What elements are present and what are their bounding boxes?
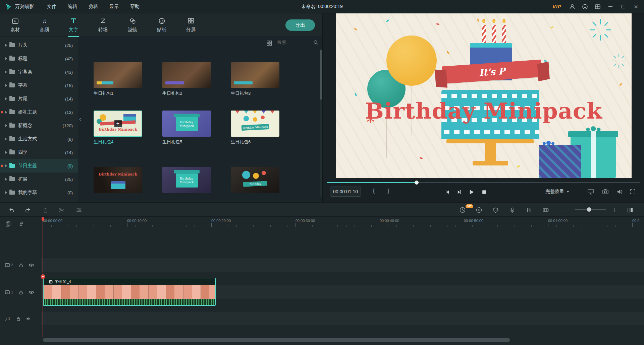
seek-bar[interactable] [327, 181, 640, 184]
play-button[interactable] [467, 188, 476, 196]
quality-dropdown[interactable]: 完整质量 [545, 189, 569, 195]
minimize-button[interactable] [605, 2, 616, 11]
mute-button[interactable] [616, 188, 623, 195]
maximize-button[interactable] [618, 2, 629, 11]
snapshot-button[interactable] [602, 188, 609, 195]
speaker-icon[interactable] [26, 316, 31, 321]
preview-video[interactable]: It's P * Birthday Minipack [336, 13, 632, 178]
expand-icon[interactable] [5, 151, 7, 154]
mark-out-button[interactable]: } [384, 188, 392, 194]
tab-audio[interactable]: ♫ 音频 [32, 16, 57, 37]
template-thumbnail[interactable] [94, 62, 142, 88]
grid-view-icon[interactable] [266, 40, 272, 46]
panel-layout-toggle-button[interactable] [627, 206, 634, 214]
expand-icon[interactable] [5, 164, 7, 167]
sidebar-item-seasons[interactable]: 四季(14) [0, 146, 78, 159]
sidebar-item-lowerthirds[interactable]: 字幕条(43) [0, 65, 78, 79]
search-input[interactable] [277, 40, 312, 45]
sidebar-item-mysubtitles[interactable]: 我的字幕(0) [0, 186, 78, 199]
sidebar-item-wedding[interactable]: 婚礼主题(13) [0, 106, 78, 119]
export-button[interactable]: 导出 [285, 19, 315, 31]
template-thumbnail[interactable] [231, 62, 279, 88]
menu-help[interactable]: 帮助 [124, 4, 145, 10]
lock-icon[interactable] [18, 263, 24, 268]
close-button[interactable]: × [631, 2, 641, 11]
audio-track-1-lane[interactable] [41, 312, 644, 325]
menu-clip[interactable]: 剪辑 [83, 4, 104, 10]
seek-handle[interactable] [415, 181, 419, 185]
delete-button[interactable] [42, 206, 49, 214]
expand-icon[interactable] [5, 138, 7, 140]
expand-icon[interactable] [5, 111, 7, 114]
zoom-out-button[interactable] [559, 206, 566, 214]
zoom-in-button[interactable] [611, 206, 619, 214]
template-thumbnail[interactable] [162, 62, 211, 88]
template-thumbnail[interactable]: Birthday [231, 167, 279, 193]
template-thumbnail[interactable]: Birthday Minipack + [94, 111, 142, 137]
favorite-icon[interactable] [97, 129, 102, 134]
template-card[interactable]: Birthday Minipack 生日礼包6 [231, 111, 279, 145]
preview-render-button[interactable] [475, 206, 483, 214]
redo-button[interactable] [24, 206, 32, 214]
expand-icon[interactable] [5, 124, 7, 127]
fullscreen-button[interactable] [629, 188, 636, 195]
feedback-icon[interactable] [580, 2, 590, 11]
tab-text[interactable]: T 文字 [61, 16, 86, 37]
tab-splitscreen[interactable]: 分屏 [178, 16, 203, 37]
sidebar-item-holiday[interactable]: 节日主题(9) [0, 159, 78, 172]
expand-icon[interactable] [5, 178, 7, 181]
audio-mixer-button[interactable] [525, 206, 533, 214]
sidebar-item-extensions[interactable]: 扩展(25) [0, 172, 78, 186]
sidebar-item-endcredits[interactable]: 片尾(14) [0, 92, 78, 106]
menu-edit[interactable]: 编辑 [62, 4, 83, 10]
clip-marker[interactable] [41, 274, 45, 279]
tab-transition[interactable]: 转场 [91, 16, 115, 37]
timeline-scrollbar[interactable] [43, 338, 510, 342]
panel-collapse-handle[interactable]: ‹ [79, 116, 81, 123]
sidebar-item-titles[interactable]: 标题(42) [0, 52, 78, 65]
mark-in-button[interactable]: { [370, 188, 378, 194]
lock-icon[interactable] [16, 316, 21, 321]
eye-icon[interactable] [29, 290, 34, 294]
video-track-2-lane[interactable] [41, 258, 644, 272]
render-button[interactable] [459, 206, 466, 214]
sidebar-item-intro[interactable]: 片头(25) [0, 39, 78, 52]
tab-filter[interactable]: 滤镜 [120, 16, 145, 37]
workspace-icon[interactable] [592, 2, 603, 11]
template-card[interactable]: 生日礼包1 [94, 62, 142, 96]
split-button[interactable] [58, 206, 65, 214]
scrollbar-thumb[interactable] [320, 50, 322, 100]
sidebar-item-lifestyle[interactable]: 生活方式(8) [0, 132, 78, 146]
template-card[interactable]: Birthday [231, 167, 279, 193]
vip-badge[interactable]: VIP [552, 4, 561, 9]
previous-frame-button[interactable] [443, 188, 451, 196]
sidebar-item-subtitles[interactable]: 字幕(15) [0, 79, 78, 92]
library-scrollbar[interactable] [320, 50, 322, 197]
template-thumbnail[interactable]: Birthday Minipack [162, 167, 211, 193]
zoom-slider-handle[interactable] [587, 207, 591, 212]
shield-icon[interactable] [492, 206, 499, 214]
add-to-timeline-button[interactable]: + [114, 120, 122, 128]
adjust-button[interactable] [75, 206, 83, 214]
template-thumbnail[interactable]: Birthday Minipack [231, 111, 279, 137]
timeline-ruler[interactable]: 00:00:00:00 00:00:10:00 00:00:20:00 00:0… [0, 217, 644, 228]
sidebar-item-newconcept[interactable]: 新概念(120) [0, 119, 78, 132]
display-device-button[interactable] [587, 188, 594, 195]
timeline-clip[interactable]: 序列 01_4 [43, 278, 216, 306]
template-card[interactable]: Birthday Minipack [162, 167, 211, 193]
template-card[interactable]: 生日礼包3 [231, 62, 279, 96]
template-thumbnail[interactable]: Birthday Minipack [94, 167, 142, 193]
account-icon[interactable] [567, 2, 578, 11]
template-card-selected[interactable]: Birthday Minipack + 生日礼包4 [94, 111, 142, 145]
template-card[interactable]: Birthday Minipack 生日礼包5 [162, 111, 211, 145]
record-voiceover-button[interactable] [508, 206, 516, 214]
template-thumbnail[interactable]: Birthday Minipack [162, 111, 211, 137]
track-manager-button[interactable] [542, 206, 549, 214]
template-card[interactable]: Birthday Minipack [94, 167, 142, 193]
search-box[interactable] [277, 40, 318, 46]
next-frame-button[interactable] [455, 188, 464, 196]
eye-icon[interactable] [29, 263, 34, 267]
menu-file[interactable]: 文件 [41, 4, 62, 10]
menu-view[interactable]: 显示 [104, 4, 124, 10]
tab-media[interactable]: 素材 [3, 16, 28, 37]
